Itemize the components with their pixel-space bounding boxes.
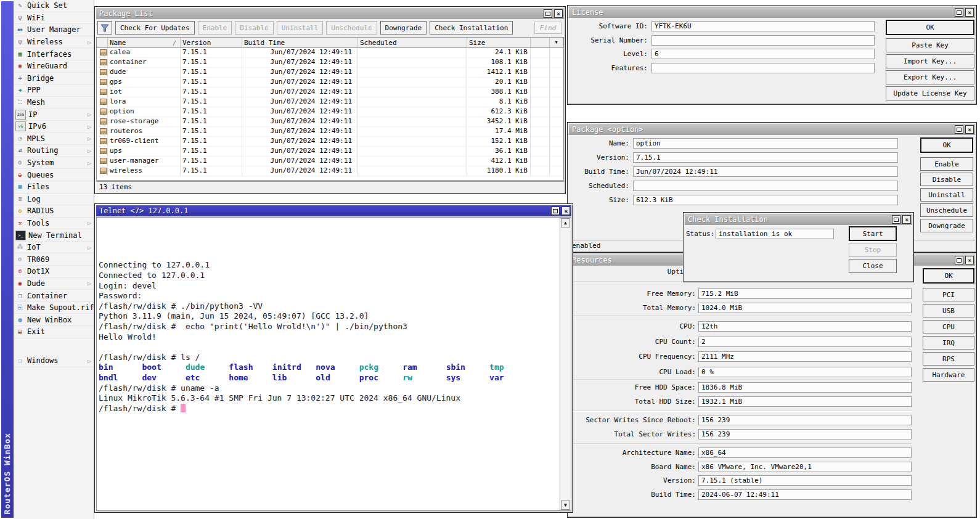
column-header-build-time[interactable]: Build Time — [242, 38, 358, 48]
table-row-iot[interactable]: iot7.15.1Jun/07/2024 12:49:11388.1 KiB — [97, 88, 563, 97]
enable-button[interactable]: Enable — [920, 157, 973, 171]
sidebar-item-bridge[interactable]: ✣Bridge — [14, 73, 94, 85]
sidebar-item-ip[interactable]: 255IP▷ — [14, 108, 94, 121]
table-row-lora[interactable]: lora7.15.1Jun/07/2024 12:49:118.1 KiB — [97, 97, 563, 107]
field-input-cpu-frequency[interactable]: 2111 MHz — [698, 351, 912, 362]
field-input-level[interactable]: 6 — [651, 49, 875, 59]
field-input-name[interactable]: option — [633, 138, 898, 149]
uninstall-button[interactable]: Uninstall — [920, 188, 973, 202]
start-button[interactable]: Start — [849, 226, 897, 241]
sidebar-item-make-supout-rif[interactable]: ⎘Make Supout.rif — [14, 302, 94, 314]
field-input-version[interactable]: 7.15.1 — [633, 152, 898, 163]
sidebar-item-ppp[interactable]: ✚PPP — [14, 84, 94, 97]
close-icon[interactable]: ✕ — [554, 9, 563, 18]
table-row-container[interactable]: container7.15.1Jun/07/2024 12:49:11108.1… — [97, 58, 563, 68]
maximize-icon[interactable] — [955, 8, 963, 17]
table-row-ups[interactable]: ups7.15.1Jun/07/2024 12:49:1136.1 KiB — [97, 147, 563, 157]
sidebar-item-radius[interactable]: ✪RADIUS — [14, 205, 94, 218]
package-list-titlebar[interactable]: Package List ✕ — [96, 8, 564, 19]
terminal-scrollbar[interactable]: ▲ ▼ — [560, 218, 571, 510]
license-titlebar[interactable]: License ✕ — [569, 7, 975, 18]
field-input-cpu-load[interactable]: 0 % — [698, 367, 912, 377]
uninstall-button[interactable]: Uninstall — [277, 21, 324, 35]
unschedule-button[interactable]: Unschedule — [326, 21, 377, 35]
disable-button[interactable]: Disable — [920, 173, 973, 186]
field-input-size[interactable]: 612.3 KiB — [633, 195, 898, 205]
sidebar-item-interfaces[interactable]: ▦Interfaces — [14, 48, 94, 60]
telnet-titlebar[interactable]: Telnet <7> 127.0.0.1 ✕ — [96, 205, 571, 216]
sidebar-item-new-terminal[interactable]: >_New Terminal — [14, 229, 94, 242]
column-header-blank[interactable] — [531, 38, 550, 48]
field-input-cpu-count[interactable]: 2 — [698, 337, 912, 347]
ok-button[interactable]: OK — [923, 268, 974, 284]
column-header-version[interactable]: Version — [181, 38, 242, 48]
table-row-option[interactable]: option7.15.1Jun/07/2024 12:49:11612.3 Ki… — [97, 107, 563, 117]
sidebar-item-dot1x[interactable]: ⊕Dot1X — [14, 266, 94, 278]
field-input-free-memory[interactable]: 715.2 MiB — [698, 288, 912, 299]
sidebar-item-iot[interactable]: ⁂IoT▷ — [14, 242, 94, 254]
usb-button[interactable]: USB — [923, 304, 974, 317]
table-row-tr069-client[interactable]: tr069-client7.15.1Jun/07/2024 12:49:1115… — [97, 137, 563, 147]
import-key-button[interactable]: Import Key... — [886, 54, 974, 68]
sidebar-item-mesh[interactable]: ⁙Mesh — [14, 97, 94, 109]
field-input-total-memory[interactable]: 1024.0 MiB — [698, 303, 912, 313]
table-row-rose-storage[interactable]: rose-storage7.15.1Jun/07/2024 12:49:1134… — [97, 117, 563, 127]
column-menu-button[interactable]: ▼ — [550, 38, 563, 48]
close-icon[interactable]: ✕ — [561, 206, 570, 215]
ok-button[interactable]: OK — [920, 137, 973, 153]
close-icon[interactable]: ✕ — [902, 215, 911, 224]
package-option-titlebar[interactable]: Package <option> ✕ — [569, 124, 975, 135]
update-license-key-button[interactable]: Update License Key — [886, 86, 974, 100]
rps-button[interactable]: RPS — [923, 352, 974, 366]
sidebar-item-routing[interactable]: ⇄Routing▷ — [14, 145, 94, 157]
stop-button[interactable]: Stop — [849, 243, 897, 257]
column-header-scheduled[interactable]: Scheduled — [358, 38, 467, 48]
terminal-area[interactable]: Connecting to 127.0.0.1Connected to 127.… — [96, 217, 571, 511]
hardware-button[interactable]: Hardware — [923, 368, 974, 382]
sidebar-item-mpls[interactable]: ◔MPLS▷ — [14, 133, 94, 145]
sidebar-item-files[interactable]: ■Files — [14, 181, 94, 194]
export-key-button[interactable]: Export Key... — [886, 70, 974, 84]
sidebar-item-tr069[interactable]: ⚙TR069 — [14, 253, 94, 266]
disable-button[interactable]: Disable — [235, 21, 273, 35]
sidebar-item-dude[interactable]: ◉Dude▷ — [14, 278, 94, 290]
field-input-sector-writes-since-reboot[interactable]: 156 239 — [698, 415, 912, 425]
downgrade-button[interactable]: Downgrade — [920, 219, 973, 232]
sidebar-item-ipv6[interactable]: v6IPv6▷ — [14, 121, 94, 133]
field-input-architecture-name[interactable]: x86_64 — [698, 447, 912, 458]
sidebar-item-user-manager[interactable]: ●●User Manager — [14, 24, 94, 36]
maximize-icon[interactable] — [955, 256, 963, 264]
close-icon[interactable]: ✕ — [965, 8, 974, 17]
maximize-icon[interactable] — [892, 215, 900, 224]
pci-button[interactable]: PCI — [923, 288, 974, 301]
sidebar-item-exit[interactable]: ⬓Exit — [14, 326, 94, 338]
field-input-free-hdd-space[interactable]: 1836.8 MiB — [698, 382, 912, 393]
field-input-board-name[interactable]: x86 VMware, Inc. VMware20,1 — [698, 462, 912, 472]
scroll-down-icon[interactable]: ▼ — [561, 501, 570, 510]
sidebar-item-container[interactable]: ❒Container — [14, 290, 94, 302]
sidebar-item-wireless[interactable]: ψWireless▷ — [14, 36, 94, 49]
field-input-cpu[interactable]: 12th — [698, 321, 912, 332]
sidebar-item-wireguard[interactable]: ◉WireGuard — [14, 60, 94, 73]
sidebar-item-log[interactable]: ≣Log — [14, 194, 94, 206]
field-input-serial-number[interactable] — [651, 35, 875, 46]
table-row-wireless[interactable]: wireless7.15.1Jun/07/2024 12:49:111180.1… — [97, 166, 563, 176]
sidebar-item-quick-set[interactable]: ✎Quick Set — [14, 0, 94, 12]
column-header-name[interactable]: Name∕ — [108, 38, 181, 48]
field-input-status[interactable]: installation is ok — [716, 229, 834, 239]
column-header-blank[interactable] — [97, 38, 108, 48]
filter-button[interactable] — [97, 21, 112, 35]
close-icon[interactable]: ✕ — [965, 125, 974, 134]
enable-button[interactable]: Enable — [198, 21, 232, 35]
column-header-size[interactable]: Size — [467, 38, 531, 48]
table-row-user-manager[interactable]: user-manager7.15.1Jun/07/2024 12:49:1141… — [97, 157, 563, 166]
downgrade-button[interactable]: Downgrade — [380, 21, 427, 35]
sidebar-item-tools[interactable]: ⚒Tools▷ — [14, 218, 94, 230]
check-installation-titlebar[interactable]: Check Installation ✕ — [685, 214, 912, 225]
table-row-dude[interactable]: dude7.15.1Jun/07/2024 12:49:111412.1 KiB — [97, 68, 563, 78]
sidebar-item-queues[interactable]: ◒Queues — [14, 169, 94, 181]
field-input-build-time[interactable]: Jun/07/2024 12:49:11 — [633, 166, 898, 177]
maximize-icon[interactable] — [955, 125, 963, 134]
table-row-calea[interactable]: calea7.15.1Jun/07/2024 12:49:1124.1 KiB — [97, 48, 563, 58]
check-installation-button[interactable]: Check Installation — [430, 21, 513, 35]
